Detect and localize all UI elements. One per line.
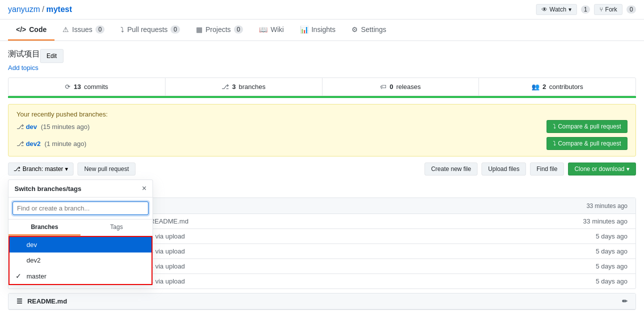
check-icon-master: ✓ (16, 272, 24, 280)
branches-label: branches (239, 83, 266, 90)
clone-or-download-button[interactable]: Clone or download ▾ (568, 162, 636, 176)
add-topics-link[interactable]: Add topics (8, 64, 38, 72)
branch-time-dev: (15 minutes ago) (41, 123, 90, 130)
nav-tabs: </> Code ⚠ Issues 0 ⤵ Pull requests 0 ▦ … (0, 20, 644, 41)
readme-header: ☰ README.md ✏ (8, 294, 636, 310)
projects-count: 0 (234, 26, 244, 34)
dropdown-header: Switch branches/tags × (8, 180, 152, 198)
branch-selector-button[interactable]: ⎇ Branch: master ▾ (8, 162, 74, 176)
new-pull-request-button[interactable]: New pull request (78, 162, 135, 176)
branch-link-dev2[interactable]: dev2 (26, 140, 41, 148)
contributors-stat[interactable]: 👥 2 contributors (479, 78, 636, 96)
find-file-button[interactable]: Find file (530, 162, 564, 176)
file-time-folder2: 5 days ago (568, 248, 628, 255)
tag-icon: 🏷 (380, 83, 386, 90)
tab-projects[interactable]: ▦ Projects 0 (188, 20, 251, 40)
repo-name[interactable]: mytest (46, 5, 72, 14)
branches-count: 3 (232, 83, 236, 90)
file-commit-folder2: Add files via upload (128, 248, 568, 255)
readme-section: ☰ README.md ✏ (8, 293, 636, 310)
commits-stat[interactable]: ⟳ 13 commits (8, 78, 166, 96)
file-time-folder1: 5 days ago (568, 232, 628, 240)
compare-pr-button-dev[interactable]: ⤵ Compare & pull request (546, 120, 628, 133)
fork-count: 0 (626, 6, 636, 14)
branch-time-dev2: (1 minute ago) (44, 140, 86, 148)
file-commit-folder1: Add files via upload (128, 232, 568, 240)
main-content: 测试项目 Add topics Edit ⟳ 13 commits ⎇ 3 br… (0, 41, 644, 318)
tab-code[interactable]: </> Code (8, 20, 54, 40)
branch-row-dev: ⎇ dev (15 minutes ago) ⤵ Compare & pull … (16, 120, 628, 133)
contributors-icon: 👥 (532, 83, 540, 90)
branches-icon: ⎇ (222, 83, 229, 90)
compare-pr-button-dev2[interactable]: ⤵ Compare & pull request (546, 137, 628, 150)
dropdown-close-button[interactable]: × (142, 184, 146, 193)
branch-row-dev2: ⎇ dev2 (1 minute ago) ⤵ Compare & pull r… (16, 137, 628, 150)
recently-pushed-section: Your recently pushed branches: ⎇ dev (15… (8, 104, 636, 156)
branch-icon-dev2: ⎇ (16, 140, 24, 148)
watch-button[interactable]: 👁 Watch ▾ (536, 4, 577, 15)
branch-search-input[interactable] (12, 202, 148, 215)
branch-link-dev[interactable]: dev (26, 123, 37, 130)
branch-icon: ⎇ (14, 166, 20, 172)
dropdown-tabs: Branches Tags (8, 220, 152, 236)
repo-slash: / (42, 5, 44, 14)
dropdown-search-area (8, 198, 152, 220)
fork-button[interactable]: ⑂ Fork (594, 4, 622, 15)
recently-pushed-label: Your recently pushed branches: (16, 110, 108, 118)
tab-settings[interactable]: ⚙ Settings (344, 20, 394, 40)
issues-count: 0 (96, 26, 105, 34)
readme-edit-icon[interactable]: ✏ (622, 298, 628, 305)
commits-count: 13 (74, 83, 80, 90)
wiki-icon: 📖 (259, 26, 268, 34)
releases-count: 0 (390, 83, 393, 90)
readme-title: README.md (28, 298, 67, 305)
branch-icon-dev: ⎇ (16, 123, 24, 130)
pr-icon-dev2: ⤵ (553, 140, 556, 147)
dropdown-chevron-icon: ▾ (65, 166, 68, 172)
issues-icon: ⚠ (62, 26, 69, 34)
pr-icon-dev: ⤵ (553, 123, 556, 130)
tab-insights[interactable]: 📊 Insights (292, 20, 344, 40)
file-time-folder4: 5 days ago (568, 278, 628, 285)
file-toolbar: ⎇ Branch: master ▾ Switch branches/tags … (8, 162, 636, 176)
releases-stat[interactable]: 🏷 0 releases (322, 78, 480, 96)
commit-time: 33 minutes ago (586, 202, 628, 210)
language-progress-bar (8, 96, 636, 98)
right-toolbar-actions: Create new file Upload files Find file C… (424, 162, 636, 176)
settings-icon: ⚙ (352, 26, 358, 34)
repo-owner[interactable]: yanyuzm (8, 5, 40, 14)
clone-chevron-icon: ▾ (626, 166, 630, 172)
file-time-folder3: 5 days ago (568, 262, 628, 270)
releases-label: releases (396, 83, 420, 90)
watch-count: 1 (581, 6, 590, 14)
file-commit-folder3: Add files via upload (128, 262, 568, 270)
branch-item-dev2[interactable]: dev2 (10, 252, 152, 268)
branch-item-dev[interactable]: dev (10, 237, 152, 252)
dropdown-list-wrapper: dev dev2 ✓ master (8, 236, 152, 285)
file-commit-folder4: Add files via upload (128, 278, 568, 285)
branches-stat[interactable]: ⎇ 3 branches (166, 78, 322, 96)
branch-dropdown: Switch branches/tags × Branches Tags dev (8, 180, 153, 286)
pr-icon: ⤵ (120, 26, 124, 34)
tab-issues[interactable]: ⚠ Issues 0 (54, 20, 112, 40)
commits-icon: ⟳ (65, 83, 70, 90)
pr-count: 0 (170, 26, 180, 34)
contributors-label: contributors (549, 83, 583, 90)
tab-tags[interactable]: Tags (80, 220, 152, 236)
code-icon: </> (16, 26, 26, 34)
file-time-readme: 33 minutes ago (568, 218, 628, 225)
insights-icon: 📊 (300, 26, 308, 34)
projects-icon: ▦ (196, 26, 202, 34)
contributors-count: 2 (542, 83, 546, 90)
tab-wiki[interactable]: 📖 Wiki (251, 20, 292, 40)
create-new-file-button[interactable]: Create new file (424, 162, 478, 176)
branch-item-master[interactable]: ✓ master (10, 268, 152, 284)
repo-description: 测试项目 (8, 49, 40, 60)
readme-icon: ☰ (16, 298, 22, 305)
tab-branches[interactable]: Branches (8, 220, 80, 236)
upload-files-button[interactable]: Upload files (482, 162, 526, 176)
edit-button[interactable]: Edit (40, 49, 64, 63)
file-commit-readme: Create README.md (128, 218, 568, 225)
tab-pull-requests[interactable]: ⤵ Pull requests 0 (112, 20, 188, 40)
header-actions: 👁 Watch ▾ 1 ⑂ Fork 0 (536, 4, 636, 15)
